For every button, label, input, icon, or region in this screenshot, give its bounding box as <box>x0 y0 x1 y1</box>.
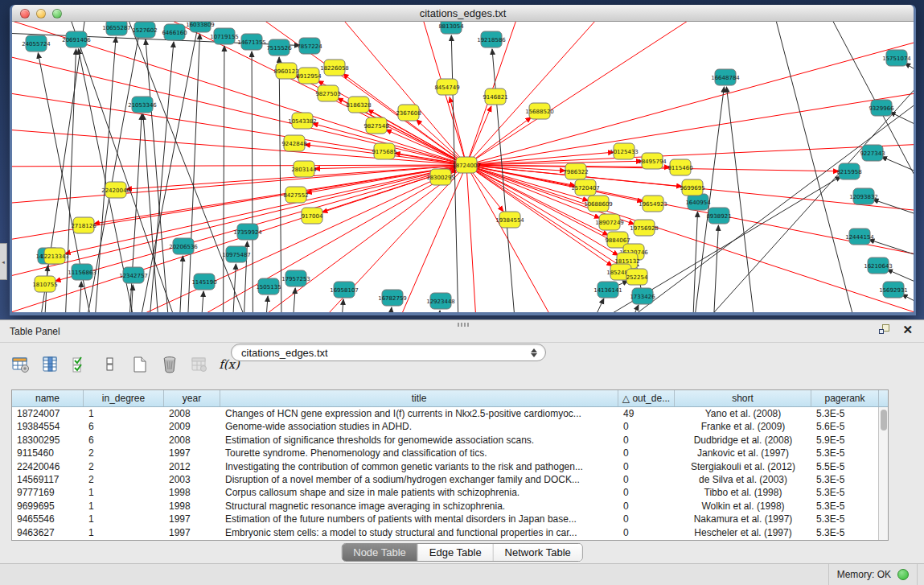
graph-node[interactable]: 11156863 <box>68 264 97 280</box>
graph-node[interactable]: 2803144 <box>291 161 317 177</box>
graph-node[interactable]: 16958107 <box>330 282 359 298</box>
graph-node[interactable]: 18907249 <box>595 214 624 230</box>
column-header-3[interactable]: title <box>220 390 618 406</box>
float-window-icon[interactable] <box>879 324 891 336</box>
graph-node[interactable]: 1640954 <box>685 194 711 210</box>
graph-node[interactable]: 21053346 <box>128 97 157 113</box>
graph-node[interactable]: 8427552 <box>283 187 308 203</box>
graph-node[interactable]: 8186328 <box>346 97 371 113</box>
column-header-2[interactable]: year <box>164 390 220 406</box>
window-titlebar[interactable]: citations_edges.txt <box>12 5 914 22</box>
graph-node[interactable]: 8960123 <box>273 63 298 79</box>
graph-node[interactable]: 1733426 <box>630 288 655 304</box>
import-table-icon[interactable] <box>190 355 209 374</box>
graph-node[interactable]: 12342757 <box>119 267 148 283</box>
tab-node-table[interactable]: Node Table <box>342 544 418 561</box>
left-panel-collapsed-tab[interactable]: ◂ <box>0 243 7 280</box>
column-header-5[interactable]: short <box>675 390 811 406</box>
graph-node[interactable]: 9115460 <box>667 159 692 175</box>
graph-node[interactable]: 9242848 <box>281 135 306 151</box>
graph-node[interactable]: 1505135 <box>256 278 281 295</box>
graph-node[interactable]: 9146821 <box>483 89 507 105</box>
graph-node[interactable]: 1145190 <box>191 274 216 290</box>
delete-table-icon[interactable] <box>160 355 179 374</box>
minimize-window-icon[interactable] <box>36 9 46 19</box>
column-header-4[interactable]: △ out_de... <box>618 390 675 406</box>
graph-node[interactable]: 2367608 <box>396 105 421 121</box>
table-row[interactable]: 977716911998Corpus callosum shape and si… <box>12 486 888 499</box>
table-row[interactable]: 1456911722003Disruption of a novel membe… <box>12 473 888 486</box>
graph-node[interactable]: 17359924 <box>233 224 262 240</box>
graph-node[interactable]: 7986322 <box>563 163 588 179</box>
graph-node[interactable]: 20691406 <box>62 31 91 47</box>
graph-node[interactable]: 8912954 <box>296 68 322 84</box>
zoom-window-icon[interactable] <box>52 9 62 19</box>
close-icon[interactable]: ✕ <box>902 324 913 336</box>
graph-node[interactable]: 8215958 <box>836 163 861 179</box>
graph-node[interactable]: 1810755 <box>32 276 57 292</box>
graph-node[interactable]: 16210643 <box>864 257 893 274</box>
graph-node[interactable]: 12213343 <box>40 248 69 264</box>
table-row[interactable]: 911546021997Tourette syndrome. Phenomeno… <box>12 447 888 459</box>
select-visible-columns-icon[interactable] <box>71 355 90 374</box>
graph-node[interactable]: 10688609 <box>584 196 613 212</box>
table-settings-icon[interactable] <box>11 355 31 374</box>
graph-node[interactable]: 24055724 <box>22 35 51 51</box>
graph-node[interactable]: 19756928 <box>630 220 659 236</box>
graph-node[interactable]: 16782759 <box>378 290 407 306</box>
column-header-1[interactable]: in_degree <box>84 390 164 406</box>
graph-node[interactable]: 12923448 <box>426 293 455 309</box>
graph-node[interactable]: 10975487 <box>222 246 251 262</box>
graph-node[interactable]: 16033809 <box>186 22 215 32</box>
graph-node[interactable]: 15720407 <box>571 179 600 196</box>
graph-node[interactable]: 252254 <box>626 269 648 285</box>
graph-node[interactable]: 9827503 <box>315 85 340 101</box>
vertical-scrollbar[interactable] <box>878 407 888 540</box>
graph-node[interactable]: 19654923 <box>639 196 667 212</box>
graph-node[interactable]: 22420046 <box>101 182 130 198</box>
graph-node[interactable]: 18495794 <box>638 153 667 169</box>
graph-node[interactable]: 10543382 <box>288 113 317 129</box>
network-canvas[interactable]: 1872400724055724206914061065528715276026… <box>12 22 914 312</box>
tab-edge-table[interactable]: Edge Table <box>418 544 494 561</box>
graph-node[interactable]: 917004 <box>302 208 323 224</box>
graph-node[interactable]: 16648784 <box>711 69 740 85</box>
column-header-6[interactable]: pagerank <box>811 390 879 406</box>
graph-node[interactable]: 10655287 <box>102 22 131 35</box>
table-row[interactable]: 946362711997Embryonic stem cells: a mode… <box>12 526 888 539</box>
graph-node[interactable]: 17957253 <box>281 270 310 286</box>
table-row[interactable]: 946554611997Estimation of the future num… <box>12 513 888 525</box>
graph-node[interactable]: 8938921 <box>706 208 731 224</box>
graph-hub-node[interactable]: 18724007 <box>452 157 481 173</box>
graph-node[interactable]: 7857224 <box>297 38 322 54</box>
graph-node[interactable]: 9329966 <box>869 100 894 116</box>
graph-node[interactable]: 9175685 <box>372 143 396 159</box>
table-row[interactable]: 2242004622012Investigating the contribut… <box>12 460 888 473</box>
graph-node[interactable]: 20206536 <box>169 238 198 254</box>
graph-node[interactable]: 12093832 <box>849 188 878 204</box>
table-row[interactable]: 969969511998Structural magnetic resonanc… <box>12 500 888 513</box>
graph-node[interactable]: 9827548 <box>363 117 388 134</box>
graph-node[interactable]: 1527602 <box>132 22 157 38</box>
close-window-icon[interactable] <box>20 9 30 19</box>
graph-node[interactable]: 19384554 <box>495 212 524 228</box>
memory-status[interactable]: Memory: OK <box>828 564 918 585</box>
row-height-icon[interactable] <box>101 355 120 374</box>
table-row[interactable]: 1872400712008Changes of HCN gene express… <box>12 407 888 420</box>
graph-node[interactable]: 9699695 <box>680 179 704 196</box>
graph-node[interactable]: 15751074 <box>882 50 911 66</box>
graph-node[interactable]: 2718126 <box>71 217 97 233</box>
graph-node[interactable]: 18226058 <box>320 60 349 76</box>
graph-node[interactable]: 18300295 <box>426 169 455 185</box>
graph-node[interactable]: 19218586 <box>477 31 506 47</box>
graph-node[interactable]: 15688520 <box>525 103 554 119</box>
graph-node[interactable]: 10125433 <box>610 143 639 159</box>
table-row[interactable]: 1938455462009Genome-wide association stu… <box>12 420 888 433</box>
graph-node[interactable]: 6466160 <box>162 24 187 40</box>
create-table-icon[interactable] <box>130 355 150 374</box>
tab-network-table[interactable]: Network Table <box>494 544 582 561</box>
graph-node[interactable]: 8454749 <box>434 79 459 95</box>
scrollbar-thumb[interactable] <box>881 410 887 431</box>
show-columns-icon[interactable] <box>41 355 60 374</box>
panel-resize-grip[interactable] <box>458 323 469 327</box>
